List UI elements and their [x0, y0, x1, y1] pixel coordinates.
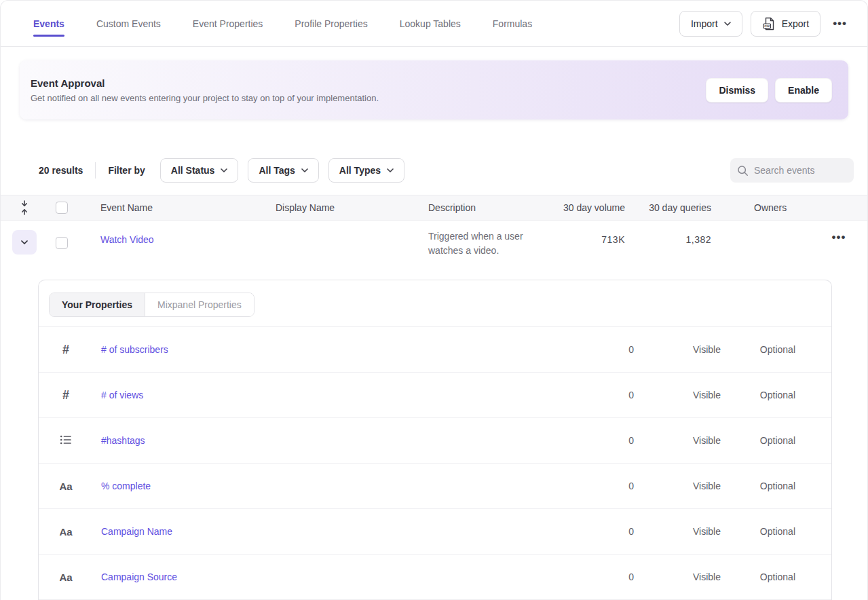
banner-title: Event Approval [31, 77, 379, 89]
types-filter-dropdown[interactable]: All Types [328, 158, 404, 183]
status-filter-label: All Status [171, 165, 215, 176]
event-description: Triggered when a user watches a video. [428, 221, 547, 265]
search-box [730, 158, 854, 183]
properties-list: # # of subscribers 0 Visible Optional # … [39, 327, 831, 600]
import-button[interactable]: Import [679, 11, 742, 37]
list-type-icon [58, 434, 74, 447]
event-approval-banner: Event Approval Get notified on all new e… [20, 60, 848, 119]
filter-bar: 20 results Filter by All Status All Tags… [39, 158, 854, 183]
collapse-all-icon [20, 200, 29, 216]
properties-panel: Your Properties Mixpanel Properties # # … [38, 280, 832, 600]
property-row: Aa Campaign Source 0 Visible Optional [39, 555, 831, 600]
search-icon [737, 165, 749, 176]
more-menu-button[interactable]: ••• [829, 17, 851, 31]
tab-profile-properties[interactable]: Profile Properties [295, 1, 367, 46]
filter-by-label: Filter by [108, 165, 145, 176]
text-type-icon: Aa [58, 481, 74, 492]
property-row: Aa % complete 0 Visible Optional [39, 464, 831, 509]
properties-tabs: Your Properties Mixpanel Properties [49, 293, 254, 317]
property-row: # # of views 0 Visible Optional [39, 373, 831, 418]
property-visibility: Visible [634, 390, 721, 400]
event-display-name [276, 221, 418, 265]
column-description: Description [428, 202, 547, 213]
property-row: #hashtags 0 Visible Optional [39, 418, 831, 464]
events-table-header: Event Name Display Name Description 30 d… [1, 195, 867, 221]
property-name-link[interactable]: # of subscribers [101, 344, 580, 355]
property-visibility: Visible [634, 344, 721, 355]
lexicon-page: Events Custom Events Event Properties Pr… [0, 0, 868, 600]
property-requirement: Optional [721, 526, 795, 537]
property-count: 0 [580, 344, 634, 355]
chevron-down-icon [221, 168, 227, 172]
enable-button[interactable]: Enable [775, 78, 832, 102]
row-checkbox[interactable] [56, 237, 68, 249]
text-type-icon: Aa [58, 571, 74, 583]
column-30-day-volume: 30 day volume [547, 202, 625, 213]
chevron-down-icon [387, 168, 394, 172]
export-button-label: Export [782, 18, 809, 29]
tab-mixpanel-properties[interactable]: Mixpanel Properties [145, 293, 254, 316]
banner-text: Event Approval Get notified on all new e… [31, 77, 379, 103]
tab-lookup-tables[interactable]: Lookup Tables [400, 1, 461, 46]
text-type-icon: Aa [58, 526, 74, 538]
property-requirement: Optional [721, 481, 795, 491]
property-requirement: Optional [721, 435, 795, 446]
tags-filter-label: All Tags [259, 165, 295, 176]
banner-description: Get notified on all new events entering … [31, 93, 379, 103]
select-all-checkbox[interactable] [56, 202, 68, 214]
row-more-menu-button[interactable]: ••• [828, 227, 850, 248]
property-visibility: Visible [634, 526, 721, 537]
collapse-all-button[interactable] [12, 200, 37, 216]
tab-events[interactable]: Events [33, 1, 64, 46]
column-display-name: Display Name [276, 202, 418, 213]
property-name-link[interactable]: % complete [101, 481, 580, 491]
event-30-day-volume: 713K [547, 221, 625, 265]
nav-tabs: Events Custom Events Event Properties Pr… [33, 1, 532, 46]
chevron-down-icon [301, 168, 308, 172]
tab-formulas[interactable]: Formulas [493, 1, 532, 46]
svg-text:csv: csv [764, 24, 770, 28]
property-name-link[interactable]: Campaign Name [101, 526, 580, 537]
table-row-watch-video: Watch Video Triggered when a user watche… [1, 221, 867, 265]
column-owners: Owners [754, 202, 808, 213]
property-requirement: Optional [721, 390, 795, 400]
number-type-icon: # [58, 388, 74, 402]
event-name-link[interactable]: Watch Video [100, 221, 263, 265]
row-expand-toggle[interactable] [12, 230, 37, 255]
property-name-link[interactable]: Campaign Source [101, 571, 580, 582]
export-button[interactable]: csv Export [751, 11, 820, 37]
chevron-down-icon [724, 22, 731, 26]
types-filter-label: All Types [339, 165, 381, 176]
property-visibility: Visible [634, 571, 721, 582]
tab-custom-events[interactable]: Custom Events [96, 1, 161, 46]
property-requirement: Optional [721, 571, 795, 582]
csv-file-icon: csv [762, 17, 776, 31]
top-nav: Events Custom Events Event Properties Pr… [1, 1, 867, 47]
property-visibility: Visible [634, 481, 721, 491]
property-count: 0 [580, 571, 634, 582]
dismiss-button[interactable]: Dismiss [706, 78, 768, 102]
results-count: 20 results [39, 165, 83, 176]
property-requirement: Optional [721, 344, 795, 355]
column-event-name: Event Name [100, 202, 263, 213]
property-count: 0 [580, 435, 634, 446]
number-type-icon: # [58, 343, 74, 357]
tags-filter-dropdown[interactable]: All Tags [248, 158, 318, 183]
event-owners [754, 221, 808, 265]
property-row: # # of subscribers 0 Visible Optional [39, 327, 831, 373]
nav-actions: Import csv Export ••• [679, 11, 851, 37]
chevron-down-icon [21, 240, 28, 244]
property-count: 0 [580, 481, 634, 491]
property-name-link[interactable]: # of views [101, 390, 580, 400]
property-row: Aa Campaign Name 0 Visible Optional [39, 509, 831, 555]
property-name-link[interactable]: #hashtags [101, 435, 580, 446]
tab-event-properties[interactable]: Event Properties [193, 1, 263, 46]
status-filter-dropdown[interactable]: All Status [160, 158, 239, 183]
import-button-label: Import [691, 18, 718, 29]
column-30-day-queries: 30 day queries [625, 202, 711, 213]
search-input[interactable] [754, 165, 842, 176]
tab-your-properties[interactable]: Your Properties [50, 293, 145, 316]
property-visibility: Visible [634, 435, 721, 446]
divider [95, 162, 96, 179]
event-30-day-queries: 1,382 [625, 221, 711, 265]
